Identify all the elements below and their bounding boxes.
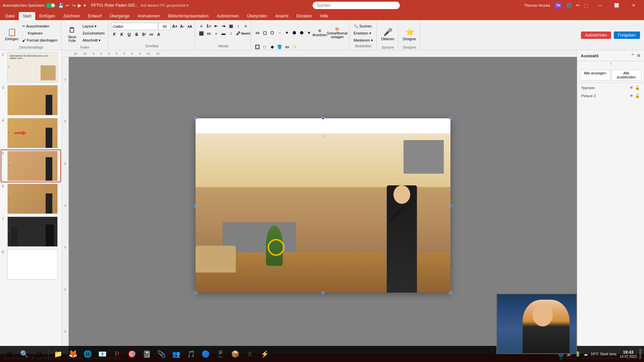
slide-thumb-6[interactable]: * bbox=[7, 184, 58, 214]
aufzeichnen-button[interactable]: Aufzeichnen bbox=[581, 32, 611, 39]
picture-lock-icon[interactable]: 🔓 bbox=[635, 94, 640, 98]
taskbar-powerpoint[interactable]: P bbox=[110, 347, 124, 361]
tab-entwurf[interactable]: Entwurf bbox=[84, 12, 106, 20]
selection-handle-ml[interactable] bbox=[194, 204, 197, 207]
markieren-button[interactable]: Markieren ▾ bbox=[352, 37, 374, 44]
autosave-toggle[interactable]: Automatisches Speichern bbox=[3, 3, 55, 8]
diktieren-button[interactable]: 🎤 Diktieren bbox=[379, 23, 396, 46]
close-button[interactable]: ✕ bbox=[626, 0, 641, 11]
ausschneiden-button[interactable]: ✂ Ausschneiden bbox=[21, 23, 59, 29]
font-color-button[interactable]: A bbox=[155, 31, 162, 38]
layout-button[interactable]: Layout ▾ bbox=[81, 23, 106, 29]
taskbar-app3[interactable]: 🎵 bbox=[184, 347, 198, 361]
char-spacing-button[interactable]: AV bbox=[148, 31, 155, 38]
tab-uebergaenge[interactable]: Übergänge bbox=[106, 12, 133, 20]
increase-font-button[interactable]: A+ bbox=[171, 23, 178, 30]
redo-icon[interactable]: ↪ bbox=[72, 3, 76, 8]
bullet-list-button[interactable]: ≡ bbox=[198, 23, 205, 29]
start-button[interactable]: ⊞ bbox=[3, 347, 16, 361]
suchen-button[interactable]: 🔍 Suchen bbox=[352, 23, 374, 29]
panel-close-button[interactable]: ✕ bbox=[637, 53, 641, 58]
selection-handle-tl[interactable] bbox=[194, 117, 197, 120]
tab-ansicht[interactable]: Ansicht bbox=[271, 12, 292, 20]
font-size-input[interactable] bbox=[159, 23, 171, 30]
align-justify-button[interactable]: ▬ bbox=[220, 30, 227, 37]
neue-folie-button[interactable]: 🗒 Neue Folie bbox=[64, 23, 80, 46]
decrease-indent-button[interactable]: ⇤ bbox=[213, 23, 219, 29]
presentation-icon[interactable]: ▶ bbox=[78, 3, 82, 8]
text-align-button[interactable]: ≡ bbox=[242, 23, 249, 29]
search-input[interactable] bbox=[313, 2, 400, 9]
anordnen-button[interactable]: ⊞ Anordnen bbox=[313, 23, 326, 43]
pen-icon[interactable]: ✏ bbox=[576, 3, 580, 8]
formeffekt-button[interactable]: ✨ bbox=[291, 44, 298, 50]
text-direction-button[interactable]: ↕ bbox=[235, 23, 241, 29]
taskbar-firefox[interactable]: 🦊 bbox=[66, 347, 79, 361]
slide-item-8[interactable]: 8 bbox=[1, 249, 60, 280]
bold-button[interactable]: F bbox=[111, 31, 118, 38]
show-all-button[interactable]: Alle anzeigen bbox=[580, 70, 610, 80]
taskbar-files[interactable]: 📁 bbox=[51, 347, 65, 361]
columns-button[interactable]: ▤ bbox=[227, 23, 234, 29]
system-clock[interactable]: 19:43 14.07.2023 bbox=[620, 350, 637, 358]
selection-handle-tr[interactable] bbox=[449, 117, 452, 120]
shape-border-button[interactable]: □ bbox=[261, 44, 268, 50]
taskbar-app5[interactable]: 📱 bbox=[214, 347, 227, 361]
dropdown-icon[interactable]: ▾ bbox=[84, 3, 86, 8]
shape-fill-button[interactable]: 🔲 bbox=[254, 44, 261, 50]
shape5[interactable]: ✦ bbox=[283, 29, 290, 36]
autosave-switch[interactable] bbox=[46, 3, 55, 8]
taskbar-app2[interactable]: 📎 bbox=[155, 347, 168, 361]
align-center-button[interactable]: ▭ bbox=[205, 30, 212, 37]
resize-icon[interactable]: ⬚ bbox=[584, 3, 588, 8]
ersetzen-button[interactable]: Ersetzen ▾ bbox=[352, 30, 374, 37]
slide-canvas[interactable] bbox=[196, 118, 450, 293]
arrow-shape[interactable]: → bbox=[276, 29, 283, 36]
underline-button[interactable]: U bbox=[126, 31, 132, 38]
tab-aufzeichnen[interactable]: Aufzeichnen bbox=[213, 12, 243, 20]
taskbar-app4[interactable]: 🔵 bbox=[199, 347, 212, 361]
tab-zeichnen[interactable]: Zeichnen bbox=[59, 12, 84, 20]
slide-item-3[interactable]: 3 bbox=[1, 84, 60, 116]
shape6[interactable]: ⬢ bbox=[291, 29, 298, 36]
clear-format-button[interactable]: ✕A bbox=[186, 23, 193, 30]
taskbar-outlook[interactable]: 📧 bbox=[96, 347, 109, 361]
slide-item-6[interactable]: 6 * bbox=[1, 183, 60, 215]
tab-einfuegen[interactable]: Einfügen bbox=[35, 12, 59, 20]
smartart-button[interactable]: SmArt bbox=[242, 30, 249, 37]
align-right-button[interactable]: ▪ bbox=[213, 30, 219, 37]
slide-item-7[interactable]: 7 * bbox=[1, 216, 60, 247]
panel-expand-button[interactable]: ⌃ bbox=[631, 53, 635, 58]
taskbar-excel[interactable]: X bbox=[243, 347, 257, 361]
numbered-list-button[interactable]: 1≡ bbox=[205, 23, 212, 29]
shape-effect-button[interactable]: ◈ bbox=[269, 44, 275, 50]
font-name-input[interactable] bbox=[111, 23, 158, 30]
selection-handle-mr[interactable] bbox=[449, 204, 452, 207]
taskbar-chrome[interactable]: 🌐 bbox=[81, 347, 94, 361]
taskbar-app6[interactable]: 📦 bbox=[228, 347, 242, 361]
taskbar-onenote[interactable]: 📓 bbox=[140, 347, 153, 361]
search-taskbar-button[interactable]: 🔍 bbox=[17, 347, 31, 361]
slide-thumb-8[interactable] bbox=[7, 249, 58, 280]
kopieren-button[interactable]: 📄 Kopieren bbox=[21, 30, 59, 37]
taskbar-app1[interactable]: 🎯 bbox=[125, 347, 139, 361]
picture-visibility-icon[interactable]: 👁 bbox=[630, 94, 634, 98]
save-icon[interactable]: 💾 bbox=[58, 3, 64, 8]
italic-button[interactable]: K bbox=[118, 31, 125, 38]
highlight-button[interactable]: 🖍 bbox=[235, 30, 241, 37]
shape7[interactable]: ⬣ bbox=[298, 29, 305, 36]
restore-button[interactable]: ⬜ bbox=[609, 0, 625, 11]
slide-item-2[interactable]: 2 Maßnahmen für Menschen die so tun habe… bbox=[1, 52, 60, 83]
tab-animationen[interactable]: Animationen bbox=[133, 12, 164, 20]
selection-handle-bm[interactable] bbox=[322, 291, 324, 294]
einfuegen-button[interactable]: 📋 Einfügen bbox=[3, 23, 20, 46]
tab-bildschirmpraesenation[interactable]: Bildschirmpräsentation bbox=[164, 12, 213, 20]
taskbar-app7[interactable]: ⚡ bbox=[258, 347, 271, 361]
canvas-area[interactable]: 15129 630 369 1215 3503503 bbox=[62, 50, 577, 354]
selection-handle-br[interactable] bbox=[449, 291, 452, 294]
tab-start[interactable]: Start bbox=[19, 12, 35, 20]
increase-indent-button[interactable]: ⇥ bbox=[220, 23, 227, 29]
abschnitt-button[interactable]: Abschnitt ▾ bbox=[81, 37, 106, 44]
strikethrough-button[interactable]: S bbox=[133, 31, 140, 38]
align-left-button[interactable]: ⬛ bbox=[198, 30, 205, 37]
